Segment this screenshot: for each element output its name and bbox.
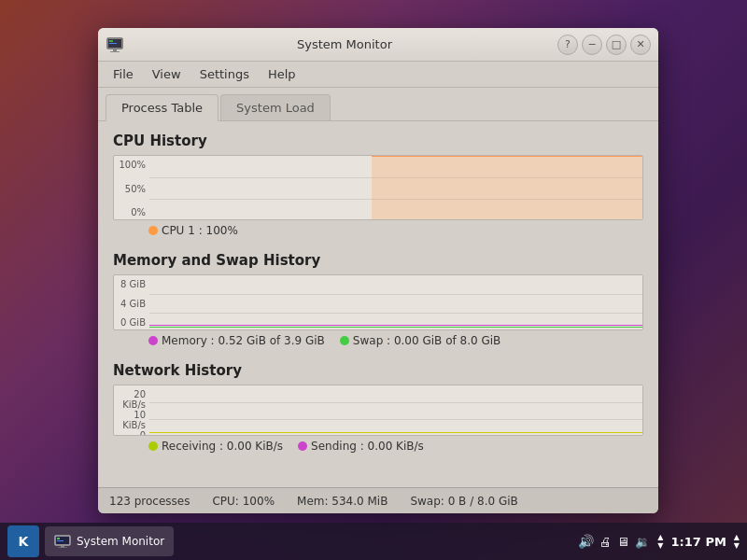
cpu-y-labels: 100% 50% 0% <box>114 156 149 220</box>
swap-legend-item: Swap : 0.00 GiB of 8.0 GiB <box>340 334 500 347</box>
cpu-legend-dot <box>148 226 158 235</box>
cpu-section: CPU History 100% 50% 0% <box>113 133 643 237</box>
taskbar-app-system-monitor[interactable]: System Monitor <box>45 526 174 556</box>
help-button[interactable]: ? <box>557 35 578 55</box>
nav-arrow-up-icon[interactable]: ▲ <box>734 534 740 541</box>
memory-legend-dot <box>148 336 158 345</box>
network-icon[interactable]: 🖥 <box>617 535 629 549</box>
network-chart: 20 KiB/s 10 KiB/s 0 KiB/s <box>113 385 643 436</box>
net-y-labels: 20 KiB/s 10 KiB/s 0 KiB/s <box>114 385 149 436</box>
cpu-chart: 100% 50% 0% <box>113 155 643 220</box>
nav-arrow-down-icon[interactable]: ▼ <box>734 542 740 550</box>
window-buttons: ? − □ ✕ <box>557 35 651 55</box>
menubar: File View Settings Help <box>98 62 658 88</box>
cpu-legend-label: CPU 1 : 100% <box>162 224 238 237</box>
sending-legend-item: Sending : 0.00 KiB/s <box>298 440 424 453</box>
network-chart-area <box>149 385 642 436</box>
status-processes: 123 processes <box>109 495 190 508</box>
svg-rect-10 <box>61 546 64 548</box>
volume-icon[interactable]: 🔊 <box>578 534 594 549</box>
taskbar-time: 1:17 PM <box>671 535 726 549</box>
memory-section: Memory and Swap History 8 GiB 4 GiB 0 Gi… <box>113 252 643 347</box>
cpu-label-100: 100% <box>114 160 146 170</box>
menu-help[interactable]: Help <box>261 64 303 84</box>
network-legend: Receiving : 0.00 KiB/s Sending : 0.00 Ki… <box>113 440 643 453</box>
taskbar-system-icons: 🔊 🖨 🖥 🔉 <box>578 534 650 549</box>
maximize-button[interactable]: □ <box>606 35 627 55</box>
svg-rect-2 <box>109 40 113 42</box>
svg-rect-3 <box>109 43 117 44</box>
svg-rect-9 <box>57 540 63 541</box>
arrow-down-icon: ▼ <box>657 542 663 550</box>
window-title: System Monitor <box>132 37 557 51</box>
tab-process-table[interactable]: Process Table <box>106 94 218 121</box>
mem-label-8: 8 GiB <box>114 279 146 289</box>
menu-view[interactable]: View <box>145 64 189 84</box>
audio-icon[interactable]: 🔉 <box>635 535 650 549</box>
print-icon[interactable]: 🖨 <box>599 535 612 549</box>
menu-settings[interactable]: Settings <box>192 64 257 84</box>
svg-rect-5 <box>110 51 120 52</box>
memory-legend-label: Memory : 0.52 GiB of 3.9 GiB <box>162 334 325 347</box>
taskbar-monitor-icon <box>54 533 71 550</box>
arrow-up-icon: ▲ <box>657 534 663 541</box>
start-icon: K <box>19 534 29 549</box>
memory-legend-item: Memory : 0.52 GiB of 3.9 GiB <box>148 334 325 347</box>
cpu-label-50: 50% <box>114 184 146 194</box>
taskbar: K System Monitor 🔊 🖨 🖥 🔉 ▲ ▼ 1:17 PM <box>0 523 747 560</box>
taskbar-start-button[interactable]: K <box>7 525 39 557</box>
content-area: CPU History 100% 50% 0% <box>98 121 658 487</box>
mem-label-0: 0 GiB <box>114 317 146 328</box>
cpu-label-0: 0% <box>114 207 146 217</box>
status-swap: Swap: 0 B / 8.0 GiB <box>410 495 517 508</box>
cpu-chart-area <box>149 156 642 220</box>
cpu-legend-item: CPU 1 : 100% <box>148 224 238 237</box>
network-title: Network History <box>113 362 643 379</box>
memory-legend: Memory : 0.52 GiB of 3.9 GiB Swap : 0.00… <box>113 334 643 347</box>
minimize-button[interactable]: − <box>582 35 602 55</box>
cpu-title: CPU History <box>113 133 643 149</box>
memory-line <box>149 325 642 326</box>
mem-label-4: 4 GiB <box>114 299 146 309</box>
receiving-legend-item: Receiving : 0.00 KiB/s <box>148 440 283 453</box>
net-label-0: 0 KiB/s <box>114 430 146 436</box>
close-button[interactable]: ✕ <box>630 35 651 55</box>
taskbar-arrows: ▲ ▼ <box>657 534 663 550</box>
taskbar-nav-arrows: ▲ ▼ <box>734 534 740 550</box>
svg-rect-8 <box>57 538 60 539</box>
memory-title: Memory and Swap History <box>113 252 643 269</box>
memory-chart: 8 GiB 4 GiB 0 GiB <box>113 274 643 330</box>
menu-file[interactable]: File <box>106 64 141 84</box>
tabbar: Process Table System Load <box>98 88 658 121</box>
sending-legend-dot <box>298 441 307 451</box>
status-mem: Mem: 534.0 MiB <box>297 495 388 508</box>
taskbar-app-label: System Monitor <box>77 535 164 548</box>
svg-rect-11 <box>58 548 67 549</box>
swap-legend-dot <box>340 336 349 345</box>
memory-chart-area <box>149 275 642 330</box>
tab-system-load[interactable]: System Load <box>220 94 331 120</box>
window-icon <box>106 35 124 54</box>
net-label-10: 10 KiB/s <box>114 410 146 430</box>
main-window: System Monitor ? − □ ✕ File View Setting… <box>98 28 658 513</box>
swap-legend-label: Swap : 0.00 GiB of 8.0 GiB <box>353 334 500 347</box>
status-cpu: CPU: 100% <box>212 495 275 508</box>
taskbar-right: 🔊 🖨 🖥 🔉 ▲ ▼ 1:17 PM ▲ ▼ <box>578 534 740 550</box>
titlebar: System Monitor ? − □ ✕ <box>98 28 658 62</box>
network-section: Network History 20 KiB/s 10 KiB/s 0 KiB/… <box>113 362 643 453</box>
cpu-legend: CPU 1 : 100% <box>113 224 643 237</box>
network-send-line <box>149 432 642 433</box>
sending-legend-label: Sending : 0.00 KiB/s <box>311 440 424 453</box>
mem-y-labels: 8 GiB 4 GiB 0 GiB <box>114 275 149 330</box>
net-label-20: 20 KiB/s <box>114 389 146 410</box>
svg-rect-4 <box>113 49 117 51</box>
receiving-legend-dot <box>148 441 158 451</box>
receiving-legend-label: Receiving : 0.00 KiB/s <box>162 440 283 453</box>
swap-line <box>149 327 642 328</box>
statusbar: 123 processes CPU: 100% Mem: 534.0 MiB S… <box>98 487 658 513</box>
cpu-fill <box>372 156 642 220</box>
